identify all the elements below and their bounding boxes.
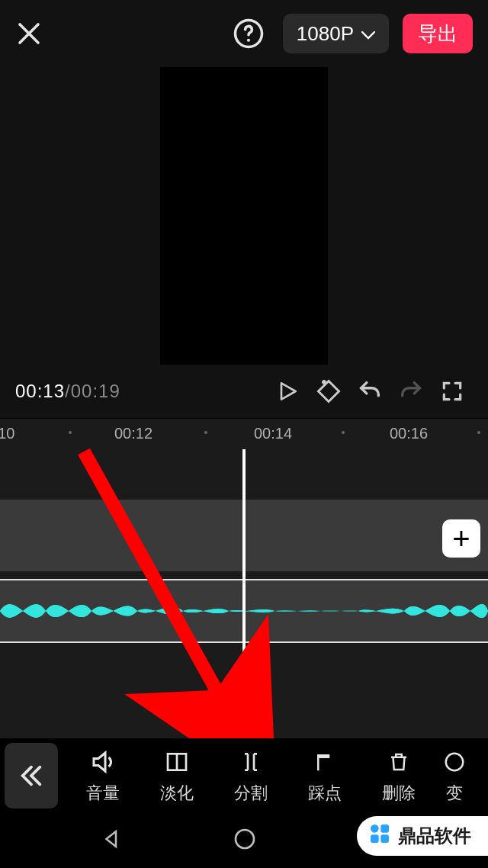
- ruler-tick: 00:16: [390, 425, 428, 442]
- undo-button[interactable]: [349, 378, 390, 404]
- svg-point-14: [371, 825, 379, 833]
- svg-rect-15: [380, 825, 389, 833]
- caret-down-icon: [361, 22, 375, 46]
- tool-label: 踩点: [308, 782, 342, 805]
- export-label: 导出: [418, 21, 458, 47]
- preview-area: [0, 67, 488, 365]
- tool-label: 音量: [86, 782, 120, 805]
- nav-home[interactable]: [233, 827, 257, 854]
- tool-delete[interactable]: 删除: [361, 747, 435, 805]
- ruler-tick: 00:14: [254, 425, 292, 442]
- time-current: 00:13: [15, 381, 65, 401]
- ruler-tick: 0:10: [0, 425, 14, 442]
- svg-point-12: [236, 830, 254, 848]
- tool-volume[interactable]: 音量: [66, 747, 140, 805]
- tool-label: 变: [446, 782, 463, 805]
- svg-rect-17: [380, 834, 389, 843]
- redo-button[interactable]: [390, 378, 432, 404]
- resolution-selector[interactable]: 1080P: [283, 14, 389, 53]
- change-icon: [443, 747, 466, 777]
- tool-bar: 音量 淡化 分割 踩点 删除 变: [0, 738, 488, 813]
- svg-rect-16: [371, 834, 379, 843]
- ruler-dot: [477, 431, 480, 434]
- tool-split[interactable]: 分割: [214, 747, 287, 805]
- resolution-label: 1080P: [297, 22, 354, 46]
- tool-label: 分割: [234, 782, 268, 805]
- add-clip-button[interactable]: +: [442, 519, 480, 558]
- help-button[interactable]: [231, 16, 266, 51]
- timeline[interactable]: 0:10 00:12 00:14 00:16 +: [0, 418, 488, 738]
- fade-icon: [165, 747, 189, 777]
- keyframe-button[interactable]: [308, 378, 349, 405]
- beat-icon: [313, 747, 336, 777]
- watermark-text: 鼎品软件: [398, 824, 471, 848]
- ruler-dot: [342, 431, 345, 434]
- volume-icon: [89, 747, 117, 777]
- export-button[interactable]: 导出: [403, 14, 473, 53]
- tool-beat[interactable]: 踩点: [287, 747, 361, 805]
- ruler-dot: [204, 431, 207, 434]
- time-total: /00:19: [65, 381, 120, 401]
- ruler-tick: 00:12: [114, 425, 152, 442]
- watermark-logo-icon: [368, 821, 392, 850]
- tool-label: 删除: [382, 782, 416, 805]
- tool-label: 淡化: [160, 782, 194, 805]
- time-ruler[interactable]: 0:10 00:12 00:14 00:16: [0, 419, 488, 449]
- collapse-toolbar-button[interactable]: [5, 743, 58, 809]
- watermark-badge: 鼎品软件: [357, 816, 488, 856]
- plus-icon: +: [452, 522, 470, 556]
- tool-change[interactable]: 变: [435, 747, 474, 805]
- split-icon: [239, 747, 263, 777]
- tool-fade[interactable]: 淡化: [140, 747, 214, 805]
- svg-point-11: [446, 754, 464, 771]
- delete-icon: [387, 747, 410, 777]
- transport-bar: 00:13/00:19: [0, 365, 488, 418]
- fullscreen-button[interactable]: [432, 379, 473, 403]
- svg-point-3: [247, 39, 250, 42]
- timecode: 00:13/00:19: [15, 381, 120, 402]
- playhead[interactable]: [242, 449, 246, 738]
- play-button[interactable]: [267, 379, 308, 403]
- close-button[interactable]: [15, 20, 43, 47]
- top-bar: 1080P 导出: [0, 0, 488, 67]
- video-preview[interactable]: [160, 67, 328, 365]
- nav-back[interactable]: [101, 828, 124, 854]
- ruler-dot: [69, 431, 72, 434]
